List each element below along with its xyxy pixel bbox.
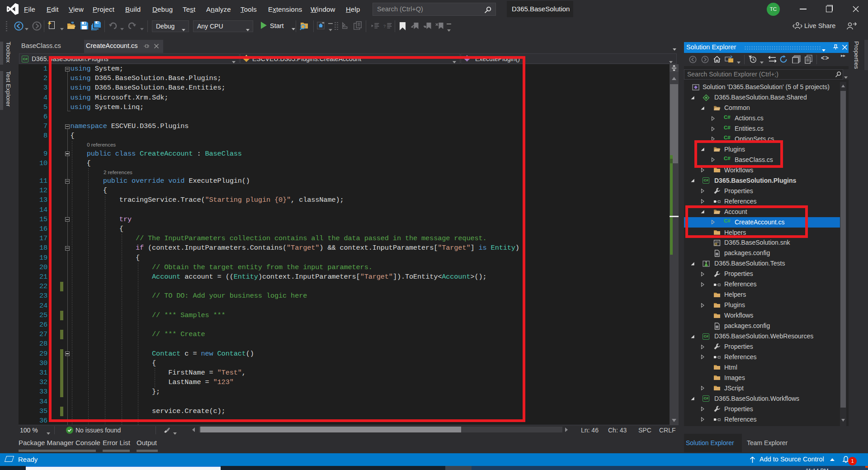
svg-text:?: ? — [383, 24, 386, 28]
